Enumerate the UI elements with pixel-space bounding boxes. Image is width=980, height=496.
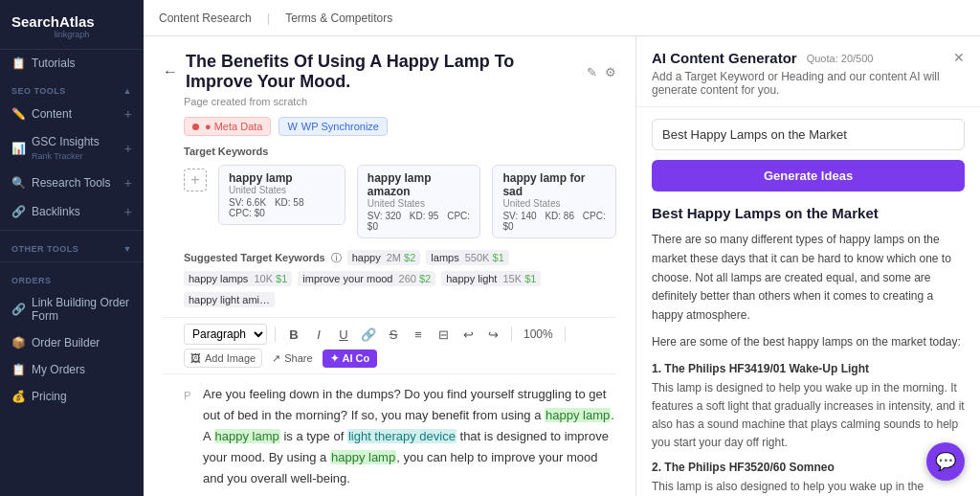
gsc-icon: 📊 bbox=[11, 142, 25, 155]
zoom-value: 100% bbox=[520, 327, 557, 341]
redo-button[interactable]: ↪ bbox=[482, 324, 503, 345]
order-builder-label: Order Builder bbox=[32, 336, 100, 349]
ai-panel-title: AI Content Generator bbox=[652, 50, 797, 66]
tutorials-label: Tutorials bbox=[32, 56, 76, 70]
subtitle-text: Page created from scratch bbox=[184, 96, 307, 107]
content-plus-icon[interactable]: + bbox=[124, 106, 132, 122]
sidebar-item-content[interactable]: ✏️ Content + bbox=[0, 100, 144, 128]
sidebar-item-gsc[interactable]: 📊 GSC Insights Rank Tracker + bbox=[0, 128, 144, 169]
ai-panel-body: Generate Ideas Best Happy Lamps on the M… bbox=[636, 107, 980, 496]
ai-label: AI Co bbox=[343, 352, 370, 364]
add-keyword-button[interactable]: + bbox=[184, 169, 207, 192]
bullet-list-button[interactable]: ≡ bbox=[408, 324, 429, 345]
sidebar-item-my-orders[interactable]: 📋 My Orders bbox=[0, 356, 144, 383]
suggested-tag-2[interactable]: happy lamps 10K $1 bbox=[184, 271, 292, 286]
kw-name-2: happy lamp for sad bbox=[502, 171, 606, 198]
ai-quota: Quota: 20/500 bbox=[807, 53, 874, 64]
link-button[interactable]: 🔗 bbox=[358, 324, 379, 345]
wp-icon: W bbox=[287, 121, 297, 132]
meta-badges: ● Meta Data W WP Synchronize bbox=[184, 117, 616, 136]
back-button[interactable]: ← bbox=[163, 63, 178, 80]
orders-label: ORDERS bbox=[11, 276, 52, 285]
kw-stats-1: SV: 320 KD: 95 CPC: $0 bbox=[368, 211, 471, 232]
bold-button[interactable]: B bbox=[283, 324, 304, 345]
kw-country-2: United States bbox=[502, 198, 606, 209]
ai-product-list: 1. The Philips HF3419/01 Wake-Up Light T… bbox=[652, 362, 965, 496]
content-icon: ✏️ bbox=[11, 107, 25, 121]
toolbar-sep-1 bbox=[275, 327, 276, 342]
sidebar-item-backlinks[interactable]: 🔗 Backlinks + bbox=[0, 197, 144, 226]
sidebar-item-order-builder[interactable]: 📦 Order Builder bbox=[0, 329, 144, 356]
seo-tools-section: SEO TOOLS ▲ bbox=[0, 77, 144, 100]
nav-content-research[interactable]: Content Research bbox=[159, 11, 252, 25]
gsc-label: GSC Insights Rank Tracker bbox=[32, 135, 118, 162]
suggested-tag-4[interactable]: happy light 15K $1 bbox=[441, 271, 541, 286]
pricing-icon: 💰 bbox=[11, 390, 25, 403]
paragraph-select[interactable]: Paragraph Heading 1 Heading 2 bbox=[184, 324, 267, 345]
editor-body: P Are you feeling down in the dumps? Do … bbox=[184, 384, 616, 496]
ai-product-desc-1: This lamp is also designed to help you w… bbox=[652, 478, 965, 496]
tutorials-icon: 📋 bbox=[11, 56, 25, 70]
research-plus-icon[interactable]: + bbox=[124, 175, 132, 191]
edit-icon[interactable]: ✎ bbox=[587, 65, 597, 79]
research-label: Research Tools bbox=[32, 176, 111, 190]
chat-bubble-button[interactable]: 💬 bbox=[926, 442, 965, 481]
italic-button[interactable]: I bbox=[308, 324, 329, 345]
page-subtitle: Page created from scratch bbox=[184, 96, 616, 107]
strikethrough-button[interactable]: S bbox=[383, 324, 404, 345]
backlinks-label: Backlinks bbox=[32, 205, 80, 218]
sidebar-item-tutorials[interactable]: 📋 Tutorials bbox=[0, 50, 144, 77]
kw-country-1: United States bbox=[368, 198, 471, 209]
ordered-list-button[interactable]: ⊟ bbox=[433, 324, 454, 345]
suggested-tag-3[interactable]: improve your mood 260 $2 bbox=[298, 271, 435, 286]
para-1: P Are you feeling down in the dumps? Do … bbox=[184, 384, 616, 489]
suggested-label: Suggested Target Keywords bbox=[184, 252, 325, 263]
content-area: ← The Benefits Of Using A Happy Lamp To … bbox=[144, 36, 980, 496]
info-icon: ⓘ bbox=[331, 251, 342, 265]
keywords-row: + happy lamp United States SV: 6.6K KD: … bbox=[184, 165, 616, 238]
keyword-card-2: happy lamp for sad United States SV: 140… bbox=[492, 165, 616, 238]
sidebar-item-link-building[interactable]: 🔗 Link Building Order Form bbox=[0, 289, 144, 329]
undo-button[interactable]: ↩ bbox=[457, 324, 479, 345]
toolbar-sep-2 bbox=[511, 327, 512, 342]
sidebar-item-pricing[interactable]: 💰 Pricing bbox=[0, 383, 144, 410]
meta-badge-text: ● Meta Data bbox=[205, 121, 262, 132]
meta-data-badge[interactable]: ● Meta Data bbox=[184, 117, 271, 136]
kw-name-0: happy lamp bbox=[229, 171, 335, 185]
settings-icon[interactable]: ⚙ bbox=[605, 65, 616, 79]
gsc-plus-icon[interactable]: + bbox=[124, 141, 132, 156]
orders-section: ORDERS bbox=[0, 266, 144, 289]
suggested-tag-1[interactable]: lamps 550K $1 bbox=[426, 250, 508, 265]
kw-stats-0: SV: 6.6K KD: 58 CPC: $0 bbox=[229, 197, 335, 218]
underline-button[interactable]: U bbox=[333, 324, 354, 345]
content-label: Content bbox=[32, 107, 72, 121]
generate-ideas-button[interactable]: Generate Ideas bbox=[652, 160, 965, 192]
order-builder-icon: 📦 bbox=[11, 336, 25, 349]
backlinks-plus-icon[interactable]: + bbox=[124, 204, 132, 219]
toolbar-sep-3 bbox=[565, 327, 566, 342]
suggested-tag-0[interactable]: happy 2M $2 bbox=[347, 250, 421, 265]
link-building-label: Link Building Order Form bbox=[32, 296, 132, 323]
suggested-tag-5[interactable]: happy light ami… bbox=[184, 292, 275, 307]
my-orders-icon: 📋 bbox=[11, 363, 25, 376]
ai-content-button[interactable]: ✦ AI Co bbox=[323, 349, 378, 368]
main-content: Content Research | Terms & Competitors ←… bbox=[144, 0, 980, 496]
backlinks-icon: 🔗 bbox=[11, 205, 25, 218]
ai-product-1: 2. The Philips HF3520/60 Somneo This lam… bbox=[652, 461, 965, 496]
sidebar-logo: SearchAtlas linkgraph bbox=[0, 0, 144, 50]
wp-sync-badge[interactable]: W WP Synchronize bbox=[278, 117, 388, 136]
nav-terms-competitors[interactable]: Terms & Competitors bbox=[285, 11, 392, 25]
wp-badge-text: WP Synchronize bbox=[301, 121, 379, 132]
kw-name-1: happy lamp amazon bbox=[368, 171, 471, 198]
share-button[interactable]: ↗ Share bbox=[266, 349, 318, 368]
ai-result-title: Best Happy Lamps on the Market bbox=[652, 205, 965, 221]
ai-panel-close-button[interactable]: ✕ bbox=[953, 50, 965, 65]
seo-collapse-icon: ▲ bbox=[123, 86, 132, 96]
add-image-button[interactable]: 🖼 Add Image bbox=[184, 349, 262, 368]
suggested-keywords-row: Suggested Target Keywords ⓘ happy 2M $2 … bbox=[184, 250, 616, 307]
research-icon: 🔍 bbox=[11, 176, 25, 190]
ai-keyword-input[interactable] bbox=[652, 119, 965, 150]
ai-icon: ✦ bbox=[330, 352, 339, 365]
my-orders-label: My Orders bbox=[32, 363, 85, 376]
sidebar-item-research[interactable]: 🔍 Research Tools + bbox=[0, 169, 144, 197]
